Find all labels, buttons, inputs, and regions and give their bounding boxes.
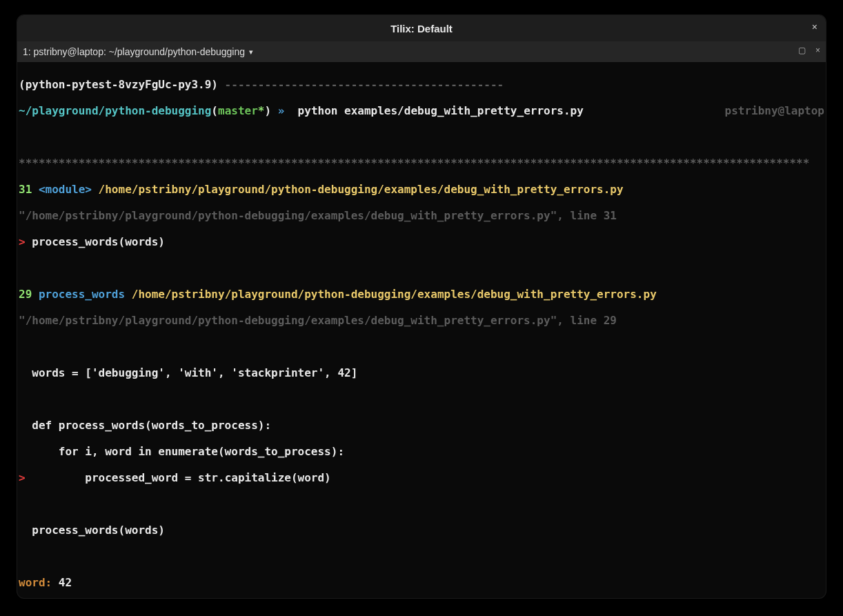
close-pane-icon[interactable]: × bbox=[815, 46, 820, 55]
tab-dropdown-icon[interactable]: ▾ bbox=[249, 48, 253, 57]
frame-1-code: > process_words(words) bbox=[19, 235, 824, 248]
frame-2-file: "/home/pstribny/playground/python-debugg… bbox=[19, 314, 824, 327]
maximize-pane-icon[interactable]: ▢ bbox=[798, 46, 806, 55]
titlebar: Tilix: Default × bbox=[17, 15, 826, 41]
src-line: def process_words(words_to_process): bbox=[19, 419, 824, 432]
src-line: words = ['debugging', 'with', 'stackprin… bbox=[19, 366, 824, 379]
var-word: word: 42 bbox=[19, 576, 824, 589]
venv-line: (python-pytest-8vzyFgUc-py3.9) ---------… bbox=[19, 78, 824, 91]
window-title: Tilix: Default bbox=[390, 23, 453, 34]
src-line: for i, word in enumerate(words_to_proces… bbox=[19, 445, 824, 458]
user-host: pstribny@laptop bbox=[725, 104, 825, 117]
src-line-active: > processed_word = str.capitalize(word) bbox=[19, 471, 824, 484]
terminal-window: Tilix: Default × 1: pstribny@laptop: ~/p… bbox=[17, 15, 826, 598]
separator-stars: ****************************************… bbox=[19, 157, 824, 170]
prompt-line-1: ~/playground/python-debugging(master*) »… bbox=[19, 104, 824, 117]
frame-2-header: 29 process_words /home/pstribny/playgrou… bbox=[19, 288, 824, 301]
src-line: process_words(words) bbox=[19, 524, 824, 537]
frame-1-header: 31 <module> /home/pstribny/playground/py… bbox=[19, 183, 824, 196]
tab-1[interactable]: 1: pstribny@laptop: ~/playground/python-… bbox=[23, 46, 245, 57]
terminal-content[interactable]: (python-pytest-8vzyFgUc-py3.9) ---------… bbox=[17, 62, 826, 598]
tab-bar: 1: pstribny@laptop: ~/playground/python-… bbox=[17, 41, 826, 62]
close-icon[interactable]: × bbox=[812, 21, 817, 32]
frame-1-file: "/home/pstribny/playground/python-debugg… bbox=[19, 209, 824, 222]
